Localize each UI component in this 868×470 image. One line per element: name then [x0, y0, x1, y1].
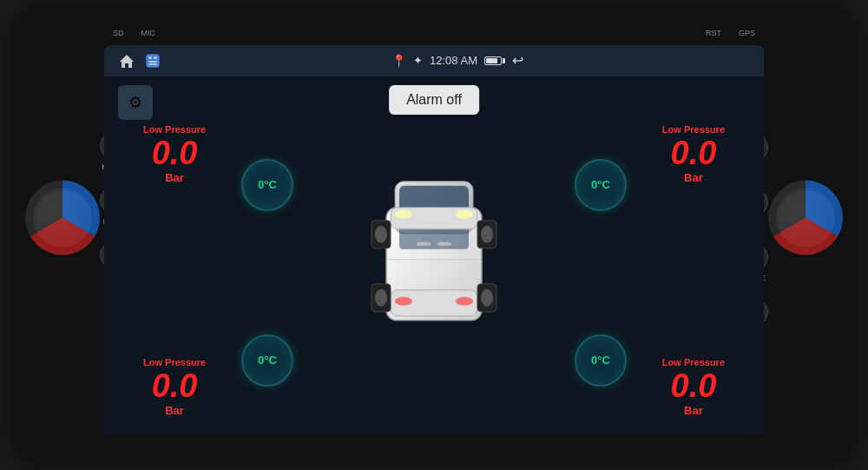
rr-pressure-value: 0.0 — [671, 369, 717, 402]
svg-point-26 — [481, 288, 493, 306]
rl-pressure-unit: Bar — [165, 404, 184, 417]
car-image — [365, 155, 503, 363]
battery-icon — [484, 56, 505, 65]
rst-label: RST — [706, 29, 721, 37]
car-head-unit: SD MIC RST GPS ⌂ HOME ↩ BACK ▶ NVAI ✦ PI — [17, 10, 851, 461]
temp-front-left: 0°C — [241, 159, 293, 211]
svg-point-25 — [375, 288, 387, 306]
status-bar: 📍 ✦ 12:08 AM ↩ — [104, 45, 764, 76]
temp-front-right: 0°C — [575, 159, 627, 211]
tpms-content: ⚙ Alarm off Low Pressure 0.0 Bar Low Pre… — [104, 76, 764, 434]
sim-icon — [146, 54, 165, 68]
fl-pressure-value: 0.0 — [152, 136, 198, 169]
svg-point-12 — [395, 209, 412, 218]
main-screen: 📍 ✦ 12:08 AM ↩ ⚙ Alar — [104, 45, 764, 434]
fr-pressure-unit: Bar — [684, 171, 703, 184]
svg-rect-5 — [148, 63, 157, 65]
fl-pressure-label: Low Pressure — [143, 124, 206, 135]
rl-pressure-label: Low Pressure — [143, 357, 206, 367]
right-knob[interactable] — [776, 188, 835, 247]
rl-pressure-value: 0.0 — [152, 369, 198, 402]
temp-rear-left: 0°C — [241, 334, 293, 387]
svg-rect-3 — [154, 56, 157, 59]
mic-label: MIC — [141, 29, 156, 37]
top-labels: SD MIC RST GPS — [113, 29, 755, 37]
svg-point-24 — [481, 225, 493, 242]
svg-point-14 — [395, 296, 412, 305]
settings-gear-button[interactable]: ⚙ — [118, 85, 153, 120]
temp-rear-right: 0°C — [575, 334, 627, 387]
tire-rear-right: Low Pressure 0.0 Bar — [662, 357, 725, 417]
svg-rect-17 — [417, 242, 431, 245]
rr-pressure-label: Low Pressure — [662, 357, 725, 367]
svg-rect-4 — [148, 61, 157, 63]
tire-front-right: Low Pressure 0.0 Bar — [662, 124, 725, 184]
time-display: 12:08 AM — [430, 54, 477, 67]
svg-rect-2 — [148, 56, 152, 59]
svg-point-15 — [456, 296, 473, 305]
tire-front-left: Low Pressure 0.0 Bar — [143, 124, 206, 184]
gps-label: GPS — [739, 29, 755, 37]
svg-marker-0 — [120, 55, 134, 68]
location-icon: 📍 — [391, 54, 406, 68]
left-knob[interactable] — [33, 188, 92, 247]
tire-rear-left: Low Pressure 0.0 Bar — [143, 357, 206, 417]
svg-point-13 — [456, 209, 473, 218]
sd-label: SD — [113, 29, 124, 37]
status-home-icon — [118, 53, 135, 69]
bluetooth-icon: ✦ — [413, 54, 423, 67]
fl-pressure-unit: Bar — [165, 171, 184, 184]
rr-pressure-unit: Bar — [684, 404, 703, 417]
fr-pressure-label: Low Pressure — [662, 124, 725, 135]
alarm-off-button[interactable]: Alarm off — [389, 85, 479, 115]
fr-pressure-value: 0.0 — [671, 136, 717, 169]
svg-rect-18 — [437, 242, 451, 245]
svg-point-23 — [375, 225, 387, 242]
gear-icon: ⚙ — [128, 93, 142, 112]
back-status-icon: ↩ — [512, 52, 523, 69]
